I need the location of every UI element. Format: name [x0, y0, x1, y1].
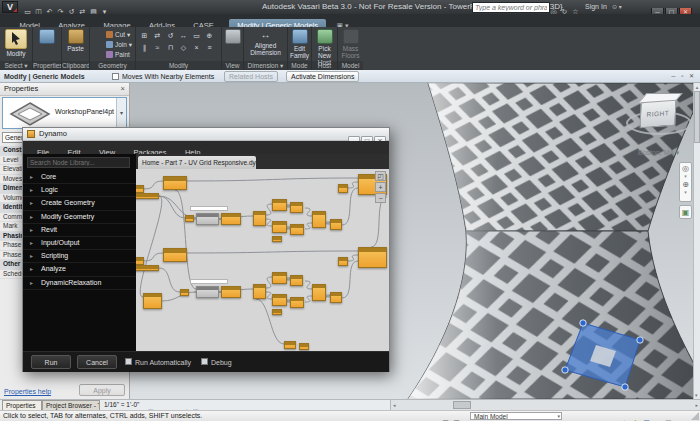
dynamo-node[interactable] [338, 184, 348, 193]
scroll-down-icon[interactable]: ▾ [695, 391, 698, 399]
horizontal-scrollbar[interactable]: ◂ ▸ [390, 400, 700, 410]
view-tool-button[interactable] [222, 29, 243, 44]
properties-palette-button[interactable] [33, 29, 61, 44]
dynamo-node[interactable] [290, 202, 303, 213]
dynamo-node[interactable] [136, 193, 159, 199]
help-menu-icon[interactable]: ⊙ ▾ [612, 0, 622, 14]
dynamo-node[interactable] [196, 213, 219, 225]
type-selector[interactable]: WorkshopPanel4pt ▾ [2, 97, 127, 129]
dynamo-node[interactable] [221, 286, 241, 298]
dynamo-node[interactable] [185, 215, 194, 222]
design-options-dropdown[interactable]: Main Model▾ [470, 412, 562, 420]
modify-tool-icon[interactable]: ⇄ [153, 31, 162, 40]
dynamo-node[interactable] [272, 236, 282, 242]
modify-tool-icon[interactable]: ≈ [153, 43, 162, 52]
vertical-scrollbar[interactable]: ▴ ▾ [693, 83, 700, 399]
panel-label-mode[interactable]: Mode [288, 61, 311, 70]
panel-label-modify[interactable]: Modify [136, 61, 221, 70]
library-item-dynamicrelaxation[interactable]: ▸DynamicRelaxation [23, 277, 136, 290]
panel-label-host[interactable]: Host [312, 61, 337, 70]
panel-label-dimension[interactable]: Dimension ▾ [244, 61, 287, 70]
dynamo-node[interactable] [284, 341, 296, 349]
dynamo-node[interactable] [253, 284, 266, 299]
dynamo-node[interactable] [136, 257, 144, 265]
panel-label-view[interactable]: View [222, 61, 243, 70]
dynamo-node[interactable] [290, 275, 303, 286]
dynamo-node[interactable] [272, 309, 282, 315]
dynamo-node[interactable] [290, 297, 304, 308]
library-item-modify-geometry[interactable]: ▸Modify Geometry [23, 211, 136, 224]
panel-label-select[interactable]: Select ▾ [0, 61, 32, 70]
vertical-scroll-thumb[interactable] [694, 91, 700, 143]
dynamo-node[interactable] [272, 294, 287, 306]
dynamo-node[interactable] [272, 272, 287, 284]
zoom-in-icon[interactable]: + [375, 182, 386, 192]
tab-properties-palette[interactable]: Properties [2, 400, 42, 410]
panel-label-geometry[interactable]: Geometry [90, 61, 135, 70]
type-selector-dropdown-icon[interactable]: ▾ [116, 98, 126, 128]
dynamo-node[interactable] [136, 265, 159, 271]
run-button[interactable]: Run [31, 355, 71, 369]
resize-grip[interactable] [691, 412, 699, 420]
dynamo-node[interactable] [163, 176, 187, 190]
horizontal-scroll-thumb[interactable] [453, 401, 471, 409]
zoom-dropdown[interactable]: ▾ [680, 190, 691, 195]
modify-tool-button[interactable] [5, 29, 27, 49]
modify-tool-icon[interactable]: ◇ [179, 43, 188, 52]
dynamo-node[interactable] [338, 257, 348, 266]
properties-close-icon[interactable]: × [121, 83, 125, 95]
run-automatically-checkbox[interactable] [125, 358, 132, 365]
tab-project-browser[interactable]: Project Browser - TowerProj... [42, 400, 100, 410]
library-item-input-output[interactable]: ▸Input/Output [23, 237, 136, 250]
edit-family-button[interactable]: Edit Family [288, 29, 311, 59]
dynamo-node[interactable] [143, 293, 162, 309]
dynamo-title-bar[interactable]: Dynamo ─▢✕ [23, 128, 389, 141]
library-item-logic[interactable]: ▸Logic [23, 184, 136, 197]
panel-label-properties[interactable]: Properties [33, 61, 61, 70]
node-graph-canvas[interactable]: ◰ + − [136, 169, 389, 351]
modify-tool-icon[interactable]: ⊕ [205, 31, 214, 40]
join-tool[interactable]: Join ▾ [106, 40, 132, 49]
library-item-revit[interactable]: ▸Revit [23, 224, 136, 237]
dynamo-node[interactable] [196, 286, 219, 298]
view-window-controls[interactable]: ─ ▫ ✕ [671, 70, 696, 83]
modify-tool-icon[interactable]: ⊓ [166, 43, 175, 52]
debug-checkbox[interactable] [201, 358, 208, 365]
properties-help-link[interactable]: Properties help [4, 388, 51, 395]
workspace-tab[interactable]: Home - Part 7 - UV Grid Responsive.dyn [138, 156, 256, 169]
vasari-app-logo[interactable]: V [2, 1, 18, 13]
dynamo-node[interactable] [272, 221, 287, 233]
sign-in-button[interactable]: Sign In [585, 0, 607, 14]
scroll-right-icon[interactable]: ▸ [695, 400, 698, 410]
modify-tool-icon[interactable]: ⊞ [140, 31, 149, 40]
node-library-search-input[interactable] [27, 157, 130, 168]
modify-tool-icon[interactable]: ↺ [166, 31, 175, 40]
scroll-left-icon[interactable]: ◂ [393, 402, 396, 408]
dynamo-node[interactable] [221, 213, 241, 225]
library-item-analyze[interactable]: ▸Analyze [23, 263, 136, 276]
modify-tool-icon[interactable]: × [192, 43, 201, 52]
view-options-icon[interactable]: ▣ [679, 205, 692, 219]
library-item-scripting[interactable]: ▸Scripting [23, 250, 136, 263]
dynamo-node[interactable] [136, 185, 144, 193]
modify-tool-icon[interactable]: ≡ [205, 43, 214, 52]
dynamo-node[interactable] [312, 284, 326, 301]
fit-view-icon[interactable]: ◰ [375, 171, 386, 181]
library-item-core[interactable]: ▸Core [23, 171, 136, 184]
zoom-out-icon[interactable]: − [375, 193, 386, 203]
dynamo-node[interactable] [253, 211, 266, 226]
dynamo-node[interactable] [330, 219, 342, 230]
dynamo-node[interactable] [163, 248, 187, 262]
dynamo-node[interactable] [312, 211, 326, 228]
dynamo-node[interactable] [330, 292, 342, 303]
dynamo-node[interactable] [290, 224, 304, 235]
modify-tool-icon[interactable]: ∥ [140, 43, 149, 52]
paste-button[interactable]: Paste [62, 29, 89, 52]
location-dropdown[interactable]: Boston, MA ▾ [638, 149, 679, 157]
view-scale-button[interactable]: 1/16" = 1'-0" [104, 400, 139, 410]
dynamo-node[interactable] [180, 289, 189, 296]
modify-tool-icon[interactable]: ↔ [179, 31, 188, 40]
help-search-input[interactable] [472, 2, 550, 13]
dynamo-node[interactable] [358, 247, 387, 268]
cancel-button[interactable]: Cancel [77, 355, 117, 369]
